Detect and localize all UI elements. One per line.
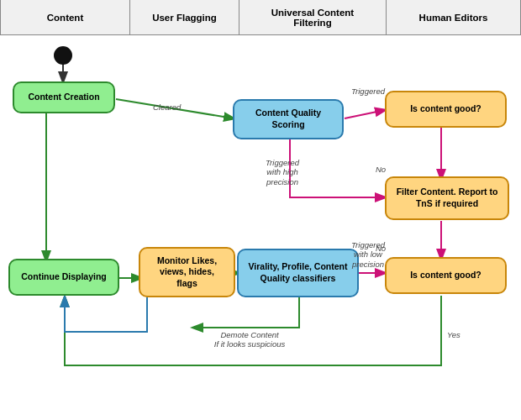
continue-displaying-node: Continue Displaying bbox=[8, 259, 119, 296]
is-content-good-2-node: Is content good? bbox=[385, 257, 507, 294]
svg-line-2 bbox=[345, 110, 385, 118]
content-creation-node: Content Creation bbox=[13, 81, 115, 113]
diagram: Content User Flagging Universal ContentF… bbox=[0, 0, 521, 420]
start-node bbox=[54, 46, 72, 65]
content-quality-scoring-node: Content Quality Scoring bbox=[233, 99, 344, 139]
no-label-1: No bbox=[376, 165, 386, 174]
monitor-likes-node: Monitor Likes,views, hides,flags bbox=[139, 247, 235, 297]
cleared-label: Cleared bbox=[153, 102, 181, 112]
triggered-high-precision-label: Triggeredwith highprecision bbox=[249, 158, 316, 186]
filter-content-node: Filter Content. Report toTnS if required bbox=[385, 176, 509, 220]
virality-node: Virality, Profile, ContentQuality classi… bbox=[237, 249, 359, 297]
yes-label: Yes bbox=[447, 330, 460, 339]
is-content-good-1-node: Is content good? bbox=[385, 91, 507, 128]
demote-content-label: Demote ContentIf it looks suspicious bbox=[203, 330, 296, 349]
triggered-label-1: Triggered bbox=[351, 87, 385, 96]
triggered-low-precision-label: Triggeredwith lowprecision bbox=[347, 240, 389, 269]
